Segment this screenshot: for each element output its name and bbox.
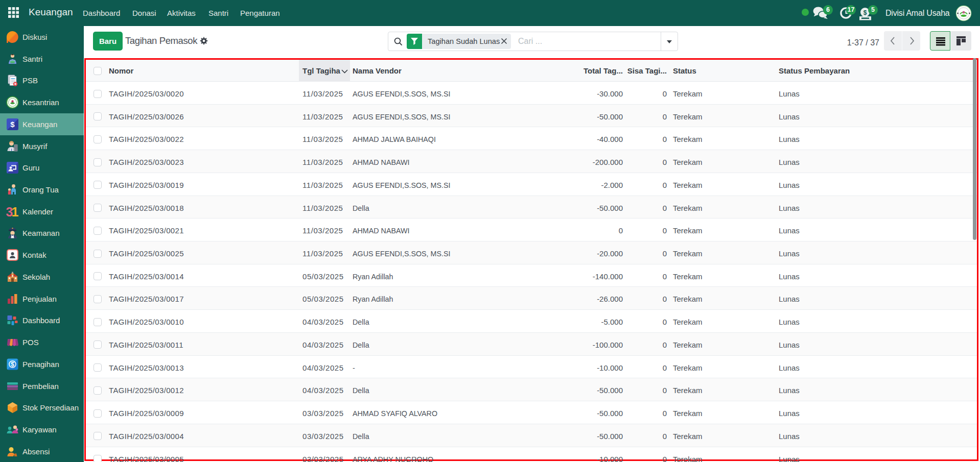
svg-text:1: 1	[12, 205, 19, 218]
svg-text:$: $	[10, 120, 15, 129]
svg-text:$: $	[864, 9, 867, 16]
svg-text:$: $	[11, 361, 14, 368]
